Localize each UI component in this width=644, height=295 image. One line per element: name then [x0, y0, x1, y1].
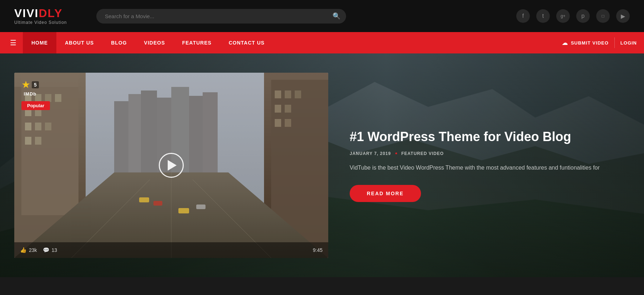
hero-description: VidTube is the best Video WordPress Them… [350, 163, 630, 172]
nav-links: HOME ABOUT US BLOG VIDEOS FEATURES CONTA… [23, 32, 562, 53]
nav-right: ☁ SUBMIT VIDEO LOGIN [562, 37, 637, 48]
hero-content: ★ 5 IMDb Popular 👍 23k 💬 13 [0, 73, 644, 258]
logo-subtitle: Ultimate Video Solution [14, 20, 86, 25]
hero-text-panel: #1 WordPress Theme for Video Blog JANUAR… [350, 129, 630, 202]
search-input[interactable] [96, 9, 346, 24]
nav-divider [614, 37, 615, 48]
hero-date: JANUARY 7, 2019 [350, 151, 391, 156]
cloud-upload-icon: ☁ [562, 40, 568, 46]
login-button[interactable]: LOGIN [620, 40, 637, 46]
meta-dot [395, 152, 397, 154]
likes-count: 23k [29, 247, 37, 253]
logo-dly: DLY [39, 7, 62, 20]
nav-item-blog[interactable]: BLOG [102, 32, 135, 53]
nav-item-videos[interactable]: VIDEOS [136, 32, 174, 53]
hero-title: #1 WordPress Theme for Video Blog [350, 129, 630, 145]
social-icons-group: f t g+ p □ ▶ [516, 9, 630, 23]
hero-section: ★ 5 IMDb Popular 👍 23k 💬 13 [0, 53, 644, 277]
submit-video-label: SUBMIT VIDEO [571, 40, 609, 46]
facebook-icon[interactable]: f [516, 9, 530, 23]
header: VIVIDLY Ultimate Video Solution 🔍 f t g+… [0, 0, 644, 32]
imdb-label: IMDb [24, 91, 37, 97]
thumbs-up-icon: 👍 [20, 247, 27, 253]
imdb-badge: ★ 5 IMDb [21, 80, 39, 97]
video-bottom-bar: 👍 23k 💬 13 9:45 [14, 242, 328, 258]
search-icon[interactable]: 🔍 [333, 12, 340, 20]
video-duration: 9:45 [313, 247, 323, 253]
logo-vivi: VIVI [14, 7, 39, 20]
popular-badge: Popular [21, 101, 50, 110]
submit-video-button[interactable]: ☁ SUBMIT VIDEO [562, 40, 609, 46]
twitter-icon[interactable]: t [536, 9, 550, 23]
nav-item-contact[interactable]: CONTACT US [220, 32, 273, 53]
instagram-icon[interactable]: □ [596, 9, 610, 23]
logo: VIVIDLY Ultimate Video Solution [14, 7, 86, 25]
youtube-icon[interactable]: ▶ [616, 9, 630, 23]
play-triangle-icon [168, 160, 177, 171]
googleplus-icon[interactable]: g+ [556, 9, 570, 23]
comment-icon: 💬 [43, 247, 50, 253]
hamburger-menu[interactable]: ☰ [7, 36, 19, 50]
play-button[interactable] [159, 153, 184, 178]
video-thumbnail[interactable]: ★ 5 IMDb Popular 👍 23k 💬 13 [14, 73, 328, 258]
logo-text: VIVIDLY [14, 7, 86, 19]
star-rating: ★ 5 [21, 80, 39, 90]
nav-item-about[interactable]: ABOUT US [56, 32, 102, 53]
search-bar: 🔍 [96, 9, 346, 24]
comments-stat: 💬 13 [43, 247, 57, 253]
imdb-score: 5 [32, 81, 39, 88]
nav-item-features[interactable]: FEATURES [173, 32, 220, 53]
star-icon: ★ [21, 80, 30, 90]
pinterest-icon[interactable]: p [576, 9, 590, 23]
likes-stat: 👍 23k [20, 247, 37, 253]
read-more-button[interactable]: READ MORE [350, 185, 421, 202]
hero-tag: FEATURED VIDEO [401, 151, 444, 156]
navigation: ☰ HOME ABOUT US BLOG VIDEOS FEATURES CON… [0, 32, 644, 53]
nav-item-home[interactable]: HOME [23, 32, 56, 53]
hero-meta: JANUARY 7, 2019 FEATURED VIDEO [350, 151, 630, 156]
comments-count: 13 [52, 247, 57, 253]
